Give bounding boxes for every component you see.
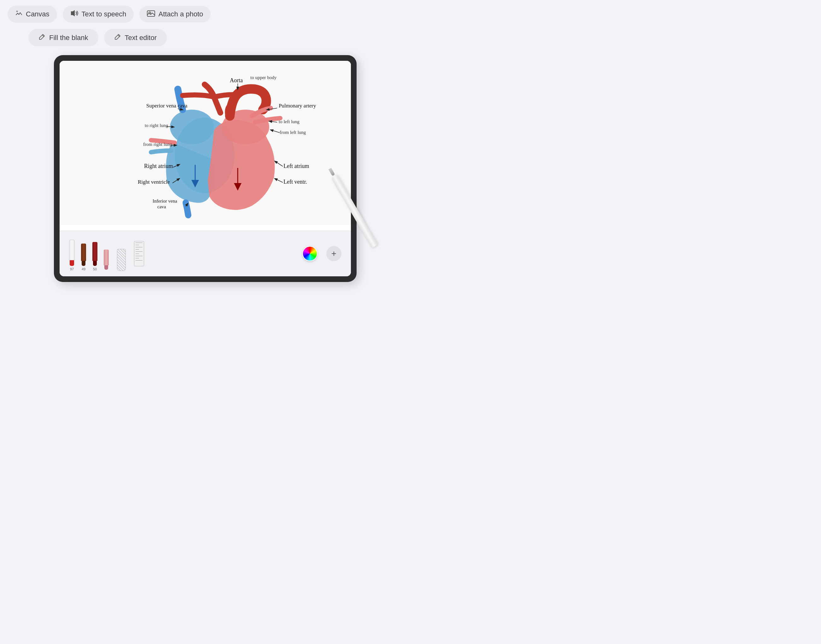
tts-icon — [70, 9, 78, 19]
second-toolbar: Fill the blank Text editor — [0, 26, 410, 52]
svg-text:Superior vena cava: Superior vena cava — [146, 103, 188, 109]
svg-text:Inferior vena: Inferior vena — [152, 198, 177, 204]
svg-text:to upper body: to upper body — [250, 75, 277, 80]
marker-2-label: 49 — [81, 267, 85, 271]
svg-text:Pulmonary artery: Pulmonary artery — [279, 103, 316, 109]
svg-text:Left ventr.: Left ventr. — [283, 179, 307, 185]
diagram-area: Aorta to upper body Superior vena cava P… — [60, 61, 351, 231]
tts-label: Text to speech — [81, 10, 126, 18]
svg-text:from right lung: from right lung — [143, 142, 172, 147]
attach-label: Attach a photo — [158, 10, 203, 18]
text-editor-label: Text editor — [125, 34, 157, 42]
marker-1-tool[interactable]: 97 — [69, 236, 75, 271]
svg-marker-0 — [71, 10, 75, 16]
marker-1-label: 97 — [70, 267, 74, 271]
svg-text:Aorta: Aorta — [230, 77, 243, 83]
svg-text:Left atrium: Left atrium — [283, 163, 309, 169]
ipad-bottom-toolbar: 97 49 50 — [60, 231, 351, 276]
add-tool-button[interactable]: + — [326, 246, 341, 261]
top-toolbar: Canvas Text to speech Attach a photo — [0, 0, 410, 26]
svg-text:Right atrium: Right atrium — [144, 163, 173, 169]
attach-icon — [147, 10, 155, 18]
marker-4-tool[interactable] — [104, 236, 109, 271]
hatch-tool[interactable] — [117, 236, 126, 271]
attach-photo-button[interactable]: Attach a photo — [139, 6, 211, 22]
canvas-label: Canvas — [26, 10, 49, 18]
text-editor-button[interactable]: Text editor — [104, 29, 167, 46]
fill-blank-label: Fill the blank — [49, 34, 88, 42]
svg-text:Right ventricle: Right ventricle — [138, 179, 170, 185]
heart-diagram-svg: Aorta to upper body Superior vena cava P… — [60, 61, 351, 225]
svg-point-5 — [170, 110, 214, 144]
ruler-tool[interactable] — [134, 241, 144, 266]
ipad-screen: Aorta to upper body Superior vena cava P… — [60, 61, 351, 276]
fill-blank-icon — [38, 34, 45, 42]
text-to-speech-button[interactable]: Text to speech — [63, 6, 134, 23]
text-editor-icon — [114, 34, 121, 42]
svg-text:from left lung: from left lung — [280, 130, 306, 135]
ruler-marks — [134, 242, 144, 261]
color-wheel[interactable] — [302, 246, 317, 261]
svg-text:cava: cava — [157, 204, 166, 209]
fill-blank-button[interactable]: Fill the blank — [28, 29, 98, 46]
svg-text:to left lung: to left lung — [279, 119, 300, 124]
marker-2-tool[interactable]: 49 — [81, 236, 86, 271]
svg-text:to right lung: to right lung — [145, 123, 168, 128]
hatch-body — [117, 249, 126, 271]
device-wrapper: Aorta to upper body Superior vena cava P… — [0, 52, 410, 282]
canvas-icon — [15, 9, 23, 19]
marker-3-label: 50 — [93, 267, 97, 271]
marker-3-tool[interactable]: 50 — [92, 236, 97, 271]
canvas-button[interactable]: Canvas — [8, 6, 57, 23]
ipad-device: Aorta to upper body Superior vena cava P… — [54, 55, 357, 282]
